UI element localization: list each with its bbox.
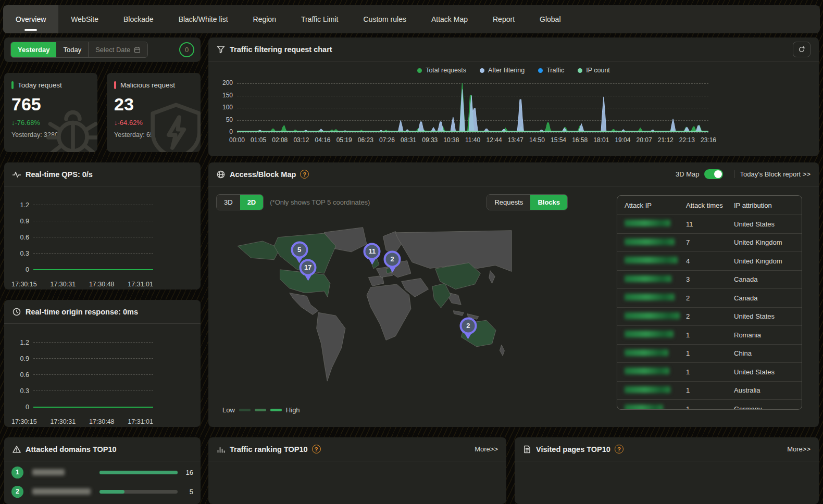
blurred-attack-ip: [625, 405, 663, 410]
warning-triangle-icon: [13, 445, 21, 453]
panel-header: Visited pages TOP10 ? More>>: [515, 437, 819, 461]
tab-region[interactable]: Region: [241, 5, 289, 33]
malicious-request-card: Malicious request 23 ↓-64.62% Yesterday:…: [107, 73, 201, 152]
legend-dot: [417, 68, 422, 73]
table-row: 7United Kingdom: [617, 233, 802, 252]
chart-legend: Total requests After filtering Traffic I…: [208, 67, 819, 74]
y-tick: 0.9: [11, 355, 29, 362]
calendar-icon: [134, 46, 141, 53]
panel-header: Attacked domains TOP10: [4, 437, 201, 461]
yesterday-button[interactable]: Yesterday: [11, 42, 56, 57]
help-icon[interactable]: ?: [615, 445, 624, 453]
blurred-attack-ip: [625, 257, 678, 263]
legend-after-filtering[interactable]: After filtering: [480, 67, 525, 74]
refresh-icon: [798, 46, 805, 53]
blocks-button[interactable]: Blocks: [530, 195, 567, 210]
y-tick: 0: [11, 404, 29, 411]
tab-report[interactable]: Report: [480, 5, 527, 33]
legend-swatch-low: [239, 409, 251, 411]
table-row: 3Canada: [617, 270, 802, 289]
tab-traffic-limit[interactable]: Traffic Limit: [289, 5, 351, 33]
tab-blockade[interactable]: Blockade: [111, 5, 166, 33]
pin-tail: [389, 266, 396, 272]
attack-ip-table[interactable]: Attack IP Attack times IP attribution 11…: [617, 195, 802, 410]
map-pin[interactable]: 2: [384, 250, 401, 272]
more-link[interactable]: More>>: [475, 445, 498, 453]
pin-tail: [465, 333, 472, 339]
tab-label: Global: [540, 15, 560, 23]
tab-attack-map[interactable]: Attack Map: [419, 5, 480, 33]
x-tick: 02:08: [268, 136, 291, 144]
help-icon[interactable]: ?: [300, 170, 309, 179]
attack-times-value: 1: [686, 368, 734, 376]
select-date-button[interactable]: Select Date: [88, 42, 147, 57]
panel-header: Real-time QPS: 0/s: [4, 162, 201, 186]
map-pin[interactable]: 2: [459, 317, 477, 339]
refresh-button[interactable]: [793, 42, 810, 57]
y-tick: 100: [212, 104, 233, 111]
map-pin[interactable]: 11: [364, 243, 381, 265]
2d-mode-button[interactable]: 2D: [240, 195, 264, 210]
tab-label: Custom rules: [364, 15, 406, 23]
x-tick: 00:00: [226, 136, 248, 144]
requests-button[interactable]: Requests: [487, 195, 530, 210]
more-link[interactable]: More>>: [787, 445, 810, 453]
x-tick: 04:16: [311, 136, 334, 144]
attack-times-value: 7: [686, 238, 734, 246]
y-tick: 0.6: [11, 234, 29, 241]
todays-block-report-link[interactable]: Today's Block report >>: [740, 170, 810, 178]
tab-website[interactable]: WebSite: [58, 5, 111, 33]
tab-global[interactable]: Global: [527, 5, 573, 33]
legend-ip-count[interactable]: IP count: [578, 67, 610, 74]
tab-custom-rules[interactable]: Custom rules: [351, 5, 419, 33]
blurred-attack-ip: [625, 331, 674, 337]
x-tick: 05:19: [333, 136, 356, 144]
zero-value-line: [33, 407, 153, 408]
gridline: [33, 221, 153, 221]
legend-traffic[interactable]: Traffic: [538, 67, 564, 74]
x-tick: 17:31:01: [128, 418, 153, 425]
x-tick: 17:30:48: [89, 418, 115, 425]
traffic-ranking-panel: Traffic ranking TOP10 ? More>>: [208, 437, 506, 504]
legend-dot: [480, 68, 484, 73]
tab-label: Blockade: [123, 15, 154, 23]
tab-overview[interactable]: Overview: [3, 5, 58, 33]
x-tick: 08:31: [397, 136, 420, 144]
attack-times-value: 11: [686, 220, 734, 228]
visited-pages-panel: Visited pages TOP10 ? More>>: [515, 437, 819, 504]
y-tick: 50: [212, 116, 233, 123]
filter-funnel-icon: [217, 45, 225, 54]
tab-label: Region: [253, 15, 276, 23]
tab-black-white-list[interactable]: Black/White list: [166, 5, 241, 33]
realtime-qps-panel: Real-time QPS: 0/s 1.2 0.9 0.6 0.3 0 17:…: [4, 162, 201, 289]
3d-mode-button[interactable]: 3D: [217, 195, 240, 210]
green-accent-bar: [11, 81, 14, 89]
rank-badge: 1: [11, 467, 23, 478]
attack-times-value: 1: [686, 386, 734, 394]
y-tick: 0.6: [11, 371, 29, 379]
legend-swatch-high: [270, 409, 282, 411]
map-pin[interactable]: 17: [300, 259, 317, 281]
today-button[interactable]: Today: [56, 42, 88, 57]
panel-header: Real-time origin response: 0ms: [4, 300, 201, 324]
auto-refresh-countdown[interactable]: 0: [179, 42, 194, 57]
ip-attribution-value: Romania: [734, 331, 794, 339]
toggle-knob: [714, 170, 722, 178]
ip-attribution-value: Canada: [734, 294, 794, 302]
gridline: [33, 390, 153, 391]
blurred-attack-ip: [625, 312, 680, 319]
x-tick: 17:30:31: [50, 281, 76, 288]
realtime-origin-response-panel: Real-time origin response: 0ms 1.2 0.9 0…: [4, 300, 201, 427]
x-tick: 23:16: [697, 136, 720, 144]
legend-total-requests[interactable]: Total requests: [417, 67, 466, 74]
domain-bar: [99, 490, 178, 494]
map-dimension-segmented: 3D 2D: [216, 194, 264, 210]
attack-times-value: 3: [686, 275, 734, 283]
legend-high-label: High: [286, 406, 300, 414]
date-range-segmented: Yesterday Today Select Date: [10, 42, 148, 58]
3d-map-toggle[interactable]: [704, 169, 723, 179]
3d-map-toggle-label: 3D Map: [676, 170, 700, 178]
help-icon[interactable]: ?: [312, 445, 321, 453]
top-nav: Overview WebSite Blockade Black/White li…: [3, 5, 820, 33]
ip-attribution-value: Germany: [734, 405, 794, 410]
